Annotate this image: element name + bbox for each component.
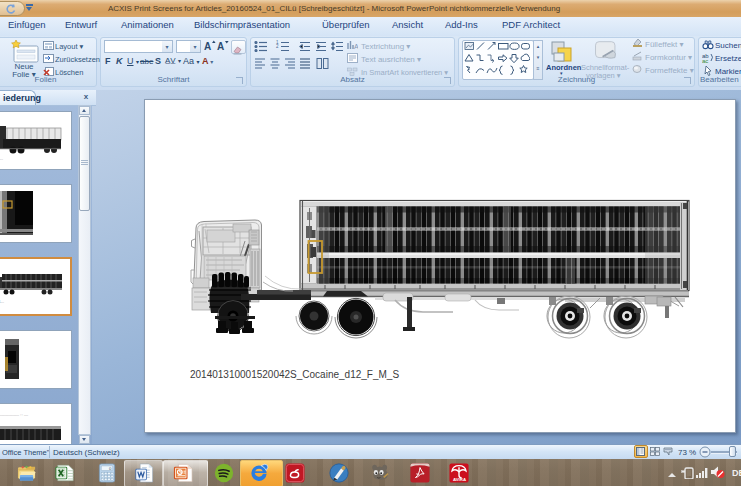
svg-text:201...: 201...	[0, 299, 4, 304]
svg-text:201...: 201...	[0, 156, 3, 161]
svg-text:A: A	[354, 43, 358, 50]
svg-text:AVIRA: AVIRA	[453, 477, 467, 482]
svg-text:ac: ac	[702, 58, 708, 63]
svg-text:2: 2	[276, 44, 279, 49]
svg-text:A: A	[204, 41, 211, 52]
svg-text:201401310001520042S_Cocaine_d1: 201401310001520042S_Cocaine_d12_F_M_S	[190, 369, 399, 380]
svg-text:―――――― ◦◦ ―: ―――――― ◦◦ ―	[0, 412, 28, 417]
svg-text:A: A	[217, 41, 224, 52]
